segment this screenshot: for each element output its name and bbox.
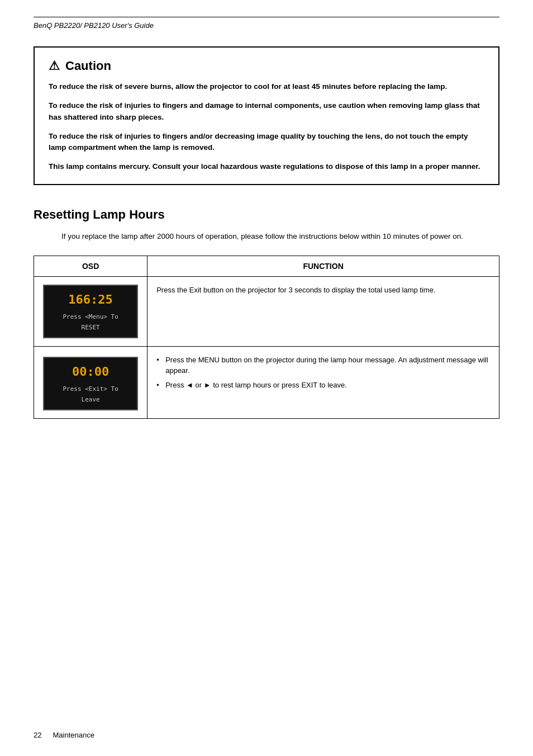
header-section: BenQ PB2220/ PB2120 User's Guide xyxy=(34,17,499,30)
section-title: Resetting Lamp Hours xyxy=(34,207,499,222)
page-wrapper: BenQ PB2220/ PB2120 User's Guide ⚠ Cauti… xyxy=(0,0,533,756)
osd-cell-2: 00:00 Press <Exit> To Leave xyxy=(34,346,147,418)
osd-time-2: 00:00 xyxy=(52,362,129,381)
caution-para-2: To reduce the risk of injuries to finger… xyxy=(49,100,484,123)
caution-box: ⚠ Caution To reduce the risk of severe b… xyxy=(34,46,499,185)
function-cell-2: Press the MENU button on the projector d… xyxy=(147,346,499,418)
resetting-lamp-hours-section: Resetting Lamp Hours If you replace the … xyxy=(34,207,499,419)
warning-icon: ⚠ xyxy=(49,59,60,73)
caution-para-3: To reduce the risk of injuries to finger… xyxy=(49,131,484,154)
osd-display-1: 166:25 Press <Menu> To RESET xyxy=(43,285,138,338)
col-header-function: FUNCTION xyxy=(147,256,499,276)
footer-page-label: Maintenance xyxy=(53,731,94,739)
osd-table: OSD FUNCTION 166:25 Press <Menu> To RESE… xyxy=(34,256,499,419)
osd-cell-1: 166:25 Press <Menu> To RESET xyxy=(34,276,147,346)
caution-heading: ⚠ Caution xyxy=(49,59,484,73)
function-bullet-2: Press ◄ or ► to rest lamp hours or press… xyxy=(156,380,490,391)
footer: 22 Maintenance xyxy=(34,731,94,739)
caution-para-1: To reduce the risk of severe burns, allo… xyxy=(49,81,484,92)
header-title: BenQ PB2220/ PB2120 User's Guide xyxy=(34,21,154,30)
function-text-1: Press the Exit button on the projector f… xyxy=(156,286,435,294)
caution-para-4: This lamp contains mercury. Consult your… xyxy=(49,161,484,172)
function-list-2: Press the MENU button on the projector d… xyxy=(156,355,490,391)
footer-page-number: 22 xyxy=(34,731,41,739)
osd-display-2: 00:00 Press <Exit> To Leave xyxy=(43,357,138,410)
function-bullet-1: Press the MENU button on the projector d… xyxy=(156,355,490,376)
osd-label-2: Press <Exit> To Leave xyxy=(63,385,118,404)
col-header-osd: OSD xyxy=(34,256,147,276)
section-intro: If you replace the lamp after 2000 hours… xyxy=(61,231,499,242)
osd-time-1: 166:25 xyxy=(52,290,129,309)
function-cell-1: Press the Exit button on the projector f… xyxy=(147,276,499,346)
table-row: 00:00 Press <Exit> To Leave Press the ME… xyxy=(34,346,499,418)
table-row: 166:25 Press <Menu> To RESET Press the E… xyxy=(34,276,499,346)
osd-label-1: Press <Menu> To RESET xyxy=(63,313,118,332)
caution-title: Caution xyxy=(65,59,111,73)
